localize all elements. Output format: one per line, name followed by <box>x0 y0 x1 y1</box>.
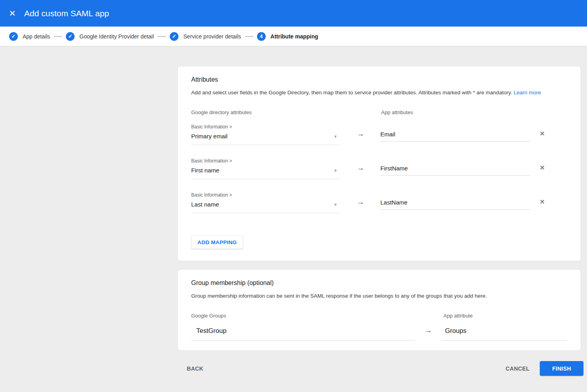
directory-attribute-select[interactable]: Basic Information > Primary email ▼ <box>191 124 341 145</box>
google-groups-label: Google Groups <box>191 313 443 319</box>
group-membership-description: Group membership information can be sent… <box>191 293 567 299</box>
mapping-row: Basic Information > Last name ▼ → LastNa… <box>191 192 567 213</box>
app-attribute-input[interactable]: LastName <box>380 199 531 210</box>
google-groups-input[interactable]: TestGroup <box>191 327 414 340</box>
directory-attribute-value: Last name <box>191 201 219 208</box>
attribute-category-label: Basic Information > <box>191 158 341 164</box>
attributes-card-title: Attributes <box>191 76 567 83</box>
cancel-button[interactable]: CANCEL <box>506 365 529 372</box>
step-complete-icon: ✓ <box>170 32 178 41</box>
group-membership-card: Group membership (optional) Group member… <box>177 269 581 351</box>
step-label: App details <box>23 33 50 40</box>
attributes-card-description: Add and select user fields in the Google… <box>191 90 567 96</box>
dropdown-caret-icon: ▼ <box>334 134 338 139</box>
group-mapping-row: TestGroup → Groups <box>191 327 567 340</box>
maps-to-arrow-icon: → <box>341 198 380 206</box>
remove-mapping-icon[interactable]: ✕ <box>539 164 546 172</box>
step-complete-icon: ✓ <box>9 32 18 41</box>
directory-attribute-value: First name <box>191 167 219 174</box>
directory-attribute-select[interactable]: Basic Information > Last name ▼ <box>191 192 341 213</box>
app-attribute-label: App attribute <box>443 313 473 319</box>
maps-to-arrow-icon: → <box>341 130 380 138</box>
step-attribute-mapping[interactable]: 4 Attribute mapping <box>257 32 318 41</box>
dropdown-caret-icon: ▼ <box>334 168 338 173</box>
app-attributes-header: App attributes <box>381 109 413 115</box>
dialog-header: ✕ Add custom SAML app <box>0 0 587 27</box>
page-title: Add custom SAML app <box>24 9 109 18</box>
add-mapping-button[interactable]: ADD MAPPING <box>191 235 243 249</box>
attributes-card: Attributes Add and select user fields in… <box>177 66 581 261</box>
step-label: Service provider details <box>183 33 241 40</box>
step-label: Google Identity Provider details <box>79 33 154 40</box>
step-label: Attribute mapping <box>270 33 318 40</box>
app-attribute-input[interactable]: FirstName <box>380 165 531 176</box>
google-directory-attributes-header: Google directory attributes <box>191 109 381 115</box>
step-complete-icon: ✓ <box>66 32 75 41</box>
remove-mapping-icon[interactable]: ✕ <box>539 199 546 206</box>
app-attribute-input[interactable]: Email <box>380 131 531 142</box>
step-connector <box>54 36 62 37</box>
mapping-column-headers: Google directory attributes App attribut… <box>191 109 567 115</box>
mapping-row: Basic Information > First name ▼ → First… <box>191 158 567 179</box>
mapping-row: Basic Information > Primary email ▼ → Em… <box>191 124 567 145</box>
finish-button[interactable]: FINISH <box>540 361 583 376</box>
dropdown-caret-icon: ▼ <box>334 203 338 207</box>
close-icon[interactable]: ✕ <box>7 8 17 19</box>
step-app-details[interactable]: ✓ App details <box>9 32 50 41</box>
directory-attribute-select[interactable]: Basic Information > First name ▼ <box>191 158 341 179</box>
maps-to-arrow-icon: → <box>414 327 442 335</box>
group-app-attribute-input[interactable]: Groups <box>442 327 567 340</box>
step-connector <box>245 36 253 37</box>
attribute-category-label: Basic Information > <box>191 124 341 130</box>
maps-to-arrow-icon: → <box>341 164 380 172</box>
wizard-footer: BACK CANCEL FINISH <box>177 361 583 376</box>
group-column-headers: Google Groups App attribute <box>191 313 567 319</box>
description-text: Add and select user fields in the Google… <box>191 90 512 96</box>
back-button[interactable]: BACK <box>187 365 203 372</box>
step-connector <box>158 36 166 37</box>
directory-attribute-value: Primary email <box>191 133 228 140</box>
learn-more-link[interactable]: Learn more <box>514 90 541 96</box>
remove-mapping-icon[interactable]: ✕ <box>539 130 546 138</box>
attribute-category-label: Basic Information > <box>191 192 341 198</box>
step-service-provider-details[interactable]: ✓ Service provider details <box>170 32 241 41</box>
group-membership-title: Group membership (optional) <box>191 279 567 287</box>
wizard-stepper: ✓ App details ✓ Google Identity Provider… <box>0 27 587 46</box>
step-number-badge: 4 <box>257 32 266 41</box>
step-google-idp-details[interactable]: ✓ Google Identity Provider details <box>66 32 154 41</box>
